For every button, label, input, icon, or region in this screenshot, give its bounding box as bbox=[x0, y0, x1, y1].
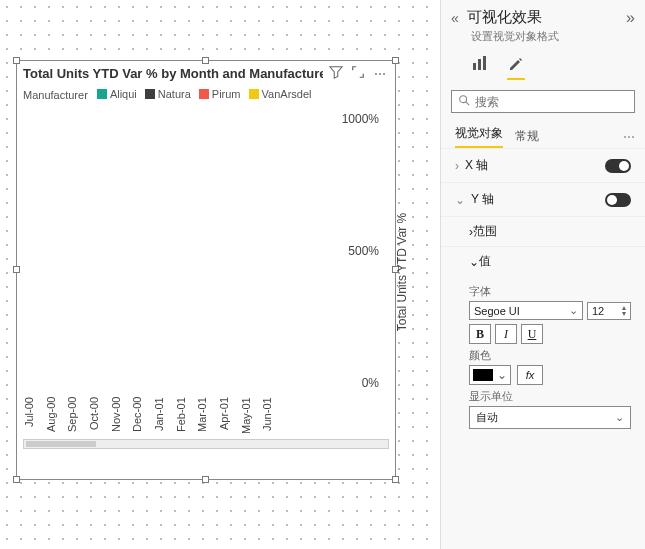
x-tick: Jul-00 bbox=[23, 397, 45, 437]
resize-handle[interactable] bbox=[13, 266, 20, 273]
underline-button[interactable]: U bbox=[521, 324, 543, 344]
legend-item[interactable]: Aliqui bbox=[97, 88, 137, 100]
more-options-icon[interactable]: ⋯ bbox=[371, 67, 389, 81]
resize-handle[interactable] bbox=[392, 57, 399, 64]
chevron-down-icon: ⌄ bbox=[569, 304, 578, 317]
chevron-down-icon: ⌄ bbox=[615, 411, 624, 424]
display-unit-label: 显示单位 bbox=[469, 389, 631, 404]
font-label: 字体 bbox=[469, 284, 631, 299]
collapse-pane-icon[interactable]: « bbox=[451, 10, 459, 26]
section-x-axis-label: X 轴 bbox=[465, 157, 488, 174]
tabs-more-icon[interactable]: ⋯ bbox=[623, 130, 635, 144]
legend-item[interactable]: Pirum bbox=[199, 88, 241, 100]
x-tick: Sep-00 bbox=[66, 397, 88, 437]
x-tick: Jan-01 bbox=[153, 397, 175, 437]
search-box[interactable] bbox=[451, 90, 635, 113]
x-axis-toggle[interactable] bbox=[605, 159, 631, 173]
section-range[interactable]: › 范围 bbox=[441, 216, 645, 246]
horizontal-scrollbar[interactable] bbox=[23, 439, 389, 449]
chevron-right-icon: › bbox=[455, 159, 459, 173]
fx-button[interactable]: fx bbox=[517, 365, 543, 385]
x-tick: Oct-00 bbox=[88, 397, 110, 437]
display-unit-select[interactable]: 自动 ⌄ bbox=[469, 406, 631, 429]
section-values-label: 值 bbox=[479, 253, 491, 270]
report-canvas[interactable]: Total Units YTD Var % by Month and Manuf… bbox=[0, 0, 440, 549]
bold-button[interactable]: B bbox=[469, 324, 491, 344]
x-tick: Jun-01 bbox=[261, 397, 283, 437]
display-unit-value: 自动 bbox=[476, 410, 498, 425]
y-axis-title: Total Units YTD Var % bbox=[395, 213, 409, 331]
resize-handle[interactable] bbox=[13, 57, 20, 64]
y-tick: 1000% bbox=[342, 112, 379, 126]
svg-point-3 bbox=[460, 96, 467, 103]
x-tick: Nov-00 bbox=[110, 397, 132, 437]
chart-visual[interactable]: Total Units YTD Var % by Month and Manuf… bbox=[16, 60, 396, 480]
svg-line-4 bbox=[466, 102, 469, 105]
section-values[interactable]: ⌄ 值 bbox=[441, 246, 645, 276]
x-axis-labels: Jul-00Aug-00Sep-00Oct-00Nov-00Dec-00Jan-… bbox=[23, 397, 283, 437]
x-tick: Apr-01 bbox=[218, 397, 240, 437]
svg-rect-1 bbox=[478, 59, 481, 70]
x-tick: Dec-00 bbox=[131, 397, 153, 437]
color-chip bbox=[473, 369, 493, 381]
tab-visual[interactable]: 视觉对象 bbox=[455, 125, 503, 148]
expand-pane-icon[interactable]: » bbox=[626, 9, 635, 27]
legend-item[interactable]: Natura bbox=[145, 88, 191, 100]
font-family-value: Segoe UI bbox=[474, 305, 520, 317]
svg-rect-0 bbox=[473, 63, 476, 70]
resize-handle[interactable] bbox=[202, 476, 209, 483]
chart-title: Total Units YTD Var % by Month and Manuf… bbox=[23, 66, 323, 81]
color-picker[interactable]: ⌄ bbox=[469, 365, 511, 385]
focus-mode-icon[interactable] bbox=[349, 65, 367, 82]
section-x-axis[interactable]: › X 轴 bbox=[441, 148, 645, 182]
filter-icon[interactable] bbox=[327, 65, 345, 82]
pane-title: 可视化效果 bbox=[467, 8, 626, 27]
chevron-down-icon: ⌄ bbox=[469, 255, 479, 269]
visualizations-pane: « 可视化效果 » 设置视觉对象格式 视觉对象 常规 ⋯ › X 轴 ⌄ Y 轴… bbox=[440, 0, 645, 549]
resize-handle[interactable] bbox=[202, 57, 209, 64]
resize-handle[interactable] bbox=[392, 476, 399, 483]
search-input[interactable] bbox=[475, 95, 628, 109]
section-y-axis[interactable]: ⌄ Y 轴 bbox=[441, 182, 645, 216]
font-size-input[interactable]: 12 ▴▾ bbox=[587, 302, 631, 320]
chart-plot-area bbox=[23, 107, 283, 397]
format-visual-icon[interactable] bbox=[507, 54, 525, 80]
x-tick: May-01 bbox=[240, 397, 262, 437]
y-axis-toggle[interactable] bbox=[605, 193, 631, 207]
x-tick: Feb-01 bbox=[175, 397, 197, 437]
section-range-label: 范围 bbox=[473, 223, 497, 240]
section-y-axis-label: Y 轴 bbox=[471, 191, 494, 208]
y-tick: 0% bbox=[362, 376, 379, 390]
font-size-value: 12 bbox=[592, 305, 604, 317]
resize-handle[interactable] bbox=[13, 476, 20, 483]
x-tick: Mar-01 bbox=[196, 397, 218, 437]
chevron-down-icon: ⌄ bbox=[455, 193, 465, 207]
spinner-icon: ▴▾ bbox=[622, 305, 626, 317]
svg-rect-2 bbox=[483, 56, 486, 70]
chevron-down-icon: ⌄ bbox=[497, 368, 507, 382]
pane-subtitle: 设置视觉对象格式 bbox=[441, 29, 645, 48]
x-tick: Aug-00 bbox=[45, 397, 67, 437]
y-tick: 500% bbox=[348, 244, 379, 258]
legend-item[interactable]: VanArsdel bbox=[249, 88, 312, 100]
legend-title: Manufacturer bbox=[23, 89, 88, 101]
search-icon bbox=[458, 94, 470, 109]
tab-general[interactable]: 常规 bbox=[515, 128, 539, 145]
chart-legend: Manufacturer AliquiNaturaPirumVanArsdel bbox=[17, 86, 395, 107]
italic-button[interactable]: I bbox=[495, 324, 517, 344]
font-family-select[interactable]: Segoe UI ⌄ bbox=[469, 301, 583, 320]
build-visual-icon[interactable] bbox=[471, 58, 493, 75]
color-label: 颜色 bbox=[469, 348, 631, 363]
